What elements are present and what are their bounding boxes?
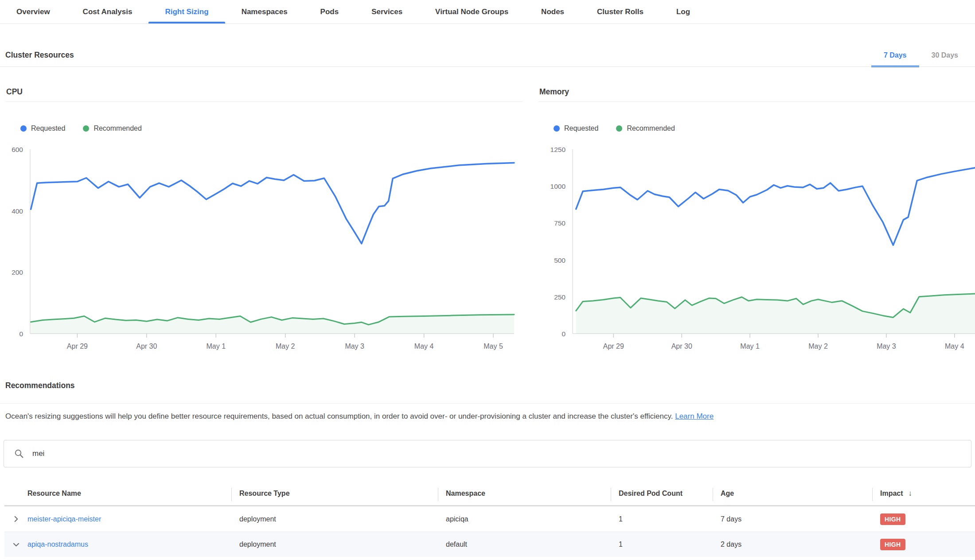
tab-nodes[interactable]: Nodes [525, 0, 581, 23]
cell-value: deployment [239, 515, 276, 523]
legend-label: Requested [31, 124, 65, 132]
memory-chart-panel: Memory RequestedRecommended 025050075010… [538, 86, 975, 354]
svg-text:0: 0 [562, 330, 566, 338]
cell-value: 2 days [721, 541, 741, 548]
impact-badge: HIGH [880, 513, 905, 525]
table-cell-expander [4, 506, 27, 532]
column-divider [713, 488, 713, 501]
search-input[interactable] [31, 449, 971, 459]
tab-pods[interactable]: Pods [304, 0, 355, 23]
cluster-resources-title: Cluster Resources [5, 43, 74, 66]
legend-label: Recommended [94, 124, 142, 132]
column-header-label: Namespace [446, 490, 485, 498]
svg-text:Apr 29: Apr 29 [67, 342, 88, 350]
column-divider [611, 488, 611, 501]
svg-text:May 1: May 1 [206, 342, 226, 350]
learn-more-link[interactable]: Learn More [675, 412, 714, 420]
svg-text:250: 250 [554, 293, 566, 301]
table-cell-expander [4, 532, 27, 557]
table-cell-resource-type: deployment [231, 532, 438, 557]
requested-legend-dot-icon [554, 125, 560, 132]
column-header-resource-name[interactable]: Resource Name [27, 482, 231, 505]
cell-value: 1 [619, 541, 623, 548]
column-header-label: Desired Pod Count [619, 490, 682, 498]
svg-text:Apr 30: Apr 30 [136, 342, 157, 350]
range-7-days[interactable]: 7 Days [871, 43, 919, 67]
recommendations-title: Recommendations [5, 381, 75, 390]
table-cell-desired-pod-count: 1 [611, 506, 713, 532]
svg-text:May 4: May 4 [945, 342, 964, 350]
resource-name-link[interactable]: meister-apiciqa-meister [27, 515, 101, 523]
legend-label: Recommended [627, 124, 675, 132]
table-body: meister-apiciqa-meisterdeploymentapiciqa… [4, 506, 975, 557]
memory-line-chart: 025050075010001250Apr 29Apr 30May 1May 2… [538, 142, 975, 352]
column-header-age[interactable]: Age [713, 482, 872, 505]
tab-cost-analysis[interactable]: Cost Analysis [66, 0, 149, 23]
svg-text:Apr 30: Apr 30 [671, 342, 692, 350]
tab-cluster-rolls[interactable]: Cluster Rolls [581, 0, 660, 23]
recommended-legend-dot-icon [83, 125, 89, 132]
cpu-title-divider [5, 101, 523, 102]
resource-name-link[interactable]: apiqa-nostradamus [27, 541, 88, 548]
cell-value: apiciqa [446, 515, 468, 523]
tab-virtual-node-groups[interactable]: Virtual Node Groups [419, 0, 525, 23]
impact-badge: HIGH [880, 539, 905, 550]
column-header-resource-type[interactable]: Resource Type [231, 482, 438, 505]
memory-title-divider [538, 101, 975, 102]
range-30-days[interactable]: 30 Days [919, 43, 971, 67]
table-cell-resource-type: deployment [231, 506, 438, 532]
cell-value: deployment [239, 541, 276, 548]
column-header-impact[interactable]: Impact↓ [872, 482, 975, 505]
legend-item-recommended: Recommended [83, 124, 142, 132]
range-toggle: 7 Days30 Days [871, 43, 971, 67]
legend-item-requested: Requested [554, 124, 598, 132]
cpu-chart-panel: CPU RequestedRecommended 0200400600Apr 2… [5, 86, 523, 354]
column-header-desired-pod-count[interactable]: Desired Pod Count [611, 482, 713, 505]
legend-label: Requested [564, 124, 598, 132]
column-header-expander [4, 482, 27, 505]
svg-text:1250: 1250 [550, 146, 566, 153]
tab-right-sizing[interactable]: Right Sizing [148, 0, 225, 23]
svg-text:May 3: May 3 [345, 342, 364, 350]
legend-item-requested: Requested [20, 124, 65, 132]
table-cell-namespace: apiciqa [438, 506, 611, 532]
svg-text:200: 200 [12, 268, 23, 276]
column-divider [872, 488, 873, 501]
cpu-line-chart: 0200400600Apr 29Apr 30May 1May 2May 3May… [5, 142, 523, 352]
recommended-legend-dot-icon [616, 125, 622, 132]
svg-text:May 1: May 1 [740, 342, 760, 350]
legend-item-recommended: Recommended [616, 124, 675, 132]
search-box[interactable] [4, 440, 971, 467]
svg-text:May 4: May 4 [414, 342, 434, 350]
recommendations-description: Ocean's resizing suggestions will help y… [5, 412, 966, 421]
tab-log[interactable]: Log [660, 0, 706, 23]
chevron-down-icon[interactable] [12, 541, 20, 549]
table-cell-resource-name: apiqa-nostradamus [27, 532, 231, 557]
table-cell-age: 7 days [713, 506, 872, 532]
svg-text:400: 400 [12, 207, 23, 215]
table-cell-age: 2 days [713, 532, 872, 557]
svg-text:750: 750 [554, 219, 566, 227]
tab-bar: OverviewCost AnalysisRight SizingNamespa… [0, 0, 975, 24]
table-cell-impact: HIGH [872, 506, 975, 532]
column-header-label: Impact [880, 490, 903, 498]
memory-chart-legend: RequestedRecommended [554, 124, 675, 132]
recommendations-description-text: Ocean's resizing suggestions will help y… [5, 412, 673, 420]
tab-namespaces[interactable]: Namespaces [225, 0, 304, 23]
table-cell-namespace: default [438, 532, 611, 557]
sort-descending-icon[interactable]: ↓ [909, 489, 913, 498]
table-row: apiqa-nostradamusdeploymentdefault12 day… [4, 532, 975, 557]
column-header-label: Age [721, 490, 734, 498]
cell-value: default [446, 541, 467, 548]
table-header: Resource NameResource TypeNamespaceDesir… [4, 482, 975, 506]
cell-value: 7 days [721, 515, 741, 523]
svg-text:600: 600 [12, 146, 23, 153]
tab-overview[interactable]: Overview [0, 0, 66, 23]
tab-services[interactable]: Services [355, 0, 419, 23]
column-header-namespace[interactable]: Namespace [438, 482, 611, 505]
recommendations-divider [0, 403, 975, 404]
svg-text:500: 500 [554, 257, 566, 264]
cell-value: 1 [619, 515, 623, 523]
chevron-right-icon[interactable] [12, 515, 20, 523]
table-cell-resource-name: meister-apiciqa-meister [27, 506, 231, 532]
